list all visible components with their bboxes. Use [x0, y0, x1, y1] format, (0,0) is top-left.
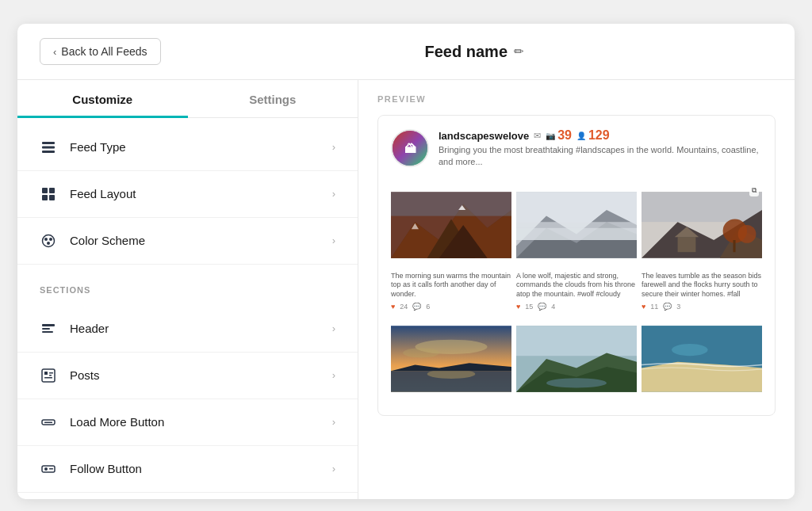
- comment-icon-3: 💬: [663, 303, 672, 311]
- img-caption-1: The morning sun warms the mountain top a…: [391, 272, 511, 299]
- right-panel: PREVIEW: [358, 80, 795, 499]
- copy-icon-3[interactable]: ⧉: [749, 185, 759, 196]
- comment-icon-2: 💬: [538, 303, 546, 311]
- svg-rect-15: [44, 372, 48, 375]
- feed-layout-chevron-icon: ›: [332, 188, 335, 200]
- profile-name: landscapeswelove: [439, 130, 529, 142]
- menu-item-feed-layout[interactable]: Feed Layout ›: [17, 171, 358, 218]
- svg-rect-5: [42, 195, 48, 200]
- grid-item-6: [642, 315, 762, 402]
- grid-img-6: [642, 315, 762, 402]
- content-area: Customize Settings F: [17, 80, 795, 499]
- heart-icon-2: ♥: [516, 303, 520, 311]
- svg-point-59: [546, 378, 607, 387]
- menu-item-follow-button[interactable]: Follow Button ›: [17, 446, 358, 493]
- posts-icon: [40, 367, 57, 384]
- header-icon: [40, 320, 57, 337]
- tab-settings[interactable]: Settings: [188, 80, 358, 118]
- posts-chevron-icon: ›: [332, 369, 335, 381]
- profile-info: landscapeswelove ✉ 📷 39 👤 129 Bring: [439, 128, 762, 169]
- color-scheme-icon: [40, 232, 57, 250]
- menu-item-posts[interactable]: Posts ›: [17, 353, 358, 399]
- left-panel: Customize Settings F: [17, 80, 358, 499]
- chevron-left-icon: ‹: [53, 46, 56, 58]
- svg-text:🏔: 🏔: [404, 143, 416, 155]
- svg-rect-11: [42, 324, 55, 326]
- follow-button-chevron-icon: ›: [332, 463, 335, 475]
- edit-icon[interactable]: ✏: [514, 44, 524, 59]
- menu-item-load-more[interactable]: Load More Button ›: [17, 399, 358, 446]
- comment-icon-1: 💬: [412, 303, 421, 311]
- post-count-icon: 📷: [546, 132, 555, 140]
- svg-rect-20: [44, 421, 52, 423]
- profile-bio: Bringing you the most breathtaking #land…: [439, 144, 762, 169]
- load-more-chevron-icon: ›: [332, 416, 335, 428]
- svg-rect-41: [642, 192, 762, 222]
- feed-type-icon: [40, 139, 57, 156]
- svg-point-22: [44, 467, 48, 471]
- grid-img-2: [516, 181, 637, 269]
- svg-point-7: [43, 235, 55, 246]
- grid-img-4: [391, 315, 511, 402]
- svg-rect-0: [42, 142, 55, 144]
- profile-header: 🏔 landscapeswelove ✉ 📷 39 👤: [391, 128, 762, 169]
- post-count: 📷 39: [546, 128, 572, 143]
- main-menu-section: Feed Type › Feed Layout ›: [17, 118, 358, 271]
- feed-name-area: Feed name ✏: [177, 43, 772, 61]
- svg-point-10: [47, 242, 50, 245]
- img-caption-3: The leaves tumble as the season bids far…: [642, 272, 762, 299]
- svg-rect-23: [49, 468, 53, 470]
- main-container: ‹ Back to All Feeds Feed name ✏ Customiz…: [17, 24, 795, 499]
- back-all-feeds-button[interactable]: ‹ Back to All Feeds: [40, 38, 161, 65]
- svg-rect-14: [42, 369, 55, 382]
- image-grid-row2: [391, 315, 762, 402]
- grid-item-2: A lone wolf, majestic and strong, comman…: [516, 181, 637, 311]
- grid-item-3: ⧉ The leaves tumble as the season bids f…: [642, 181, 762, 311]
- profile-name-row: landscapeswelove ✉ 📷 39 👤 129: [439, 128, 762, 143]
- heart-icon-3: ♥: [642, 303, 645, 311]
- posts-label: Posts: [70, 368, 320, 382]
- svg-point-9: [49, 238, 52, 241]
- follower-count: 👤 129: [576, 128, 610, 143]
- svg-rect-12: [42, 328, 50, 330]
- back-button-label: Back to All Feeds: [61, 45, 147, 58]
- svg-rect-1: [42, 146, 55, 148]
- preview-content: 🏔 landscapeswelove ✉ 📷 39 👤: [377, 115, 776, 416]
- sections-label: SECTIONS: [17, 271, 358, 299]
- svg-rect-6: [49, 195, 55, 200]
- grid-item-4: [391, 315, 511, 402]
- top-bar: ‹ Back to All Feeds Feed name ✏: [17, 24, 795, 80]
- grid-img-1: [391, 181, 511, 269]
- menu-item-color-scheme[interactable]: Color Scheme ›: [17, 218, 358, 265]
- feed-type-label: Feed Type: [70, 140, 320, 154]
- tab-customize[interactable]: Customize: [17, 80, 188, 118]
- header-chevron-icon: ›: [332, 322, 335, 334]
- svg-point-45: [738, 225, 756, 243]
- svg-rect-13: [42, 331, 53, 333]
- menu-item-header[interactable]: Header ›: [17, 306, 358, 353]
- image-grid-row1: The morning sun warms the mountain top a…: [391, 181, 762, 311]
- svg-rect-2: [42, 151, 55, 153]
- heart-icon-1: ♥: [391, 303, 395, 311]
- feed-layout-label: Feed Layout: [70, 187, 320, 200]
- svg-point-51: [403, 348, 439, 357]
- verified-icon: ✉: [534, 131, 541, 141]
- load-more-label: Load More Button: [70, 415, 320, 429]
- svg-rect-4: [49, 188, 55, 193]
- tabs-row: Customize Settings: [17, 80, 358, 118]
- svg-point-63: [672, 344, 708, 356]
- header-label: Header: [70, 322, 320, 335]
- feed-type-chevron-icon: ›: [332, 141, 335, 153]
- follow-button-icon: [40, 460, 57, 478]
- img-caption-2: A lone wolf, majestic and strong, comman…: [516, 272, 637, 299]
- menu-item-feed-type[interactable]: Feed Type ›: [17, 124, 358, 171]
- grid-item-1: The morning sun warms the mountain top a…: [391, 181, 511, 311]
- svg-rect-3: [42, 188, 48, 193]
- svg-rect-29: [391, 192, 511, 215]
- grid-img-5: [516, 315, 637, 402]
- follow-button-label: Follow Button: [70, 462, 320, 475]
- grid-item-5: [516, 315, 637, 402]
- feed-name-title: Feed name: [425, 43, 508, 61]
- img-actions-1: ♥ 24 💬 6: [391, 303, 511, 311]
- grid-img-3: ⧉: [642, 181, 762, 269]
